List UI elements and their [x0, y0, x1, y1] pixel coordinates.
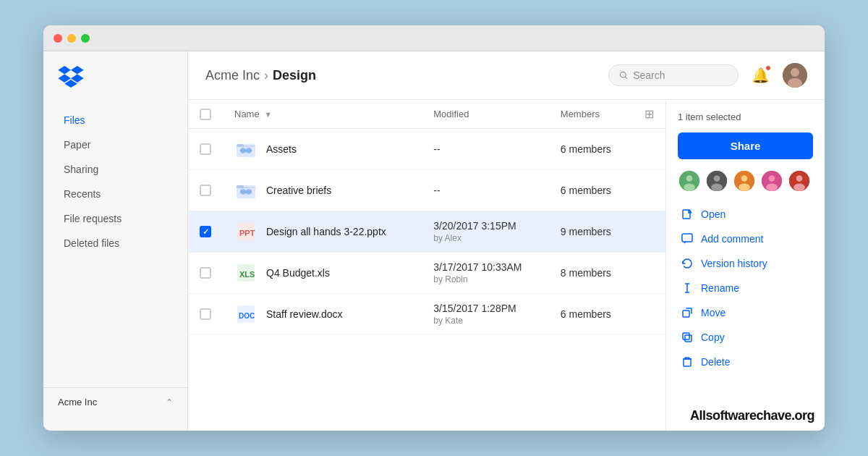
- svg-rect-9: [240, 149, 252, 152]
- modified-cell: --: [422, 170, 549, 211]
- svg-point-28: [741, 175, 748, 182]
- row-actions: [633, 294, 665, 335]
- select-all-header: [188, 100, 223, 129]
- nav-menu: Files Paper Sharing Recents File request…: [43, 108, 187, 387]
- maximize-button[interactable]: [81, 34, 90, 43]
- rename-label: Rename: [701, 282, 739, 294]
- name-column-header[interactable]: Name ▼: [223, 100, 422, 129]
- notification-dot: [765, 65, 771, 71]
- members-cell: 9 members: [549, 211, 633, 253]
- breadcrumb: Acme Inc › Design: [205, 68, 608, 83]
- sidebar-item-recents[interactable]: Recents: [49, 182, 182, 206]
- file-name: Q4 Budget.xls: [266, 267, 330, 279]
- breadcrumb-parent[interactable]: Acme Inc: [205, 68, 260, 83]
- delete-menu-item[interactable]: Delete: [678, 350, 813, 373]
- row-actions: [633, 211, 665, 253]
- copy-menu-item[interactable]: Copy: [678, 326, 813, 349]
- svg-text:DOC: DOC: [239, 312, 255, 320]
- titlebar: [43, 25, 825, 51]
- member-avatar-2: [705, 169, 728, 193]
- members-cell: 6 members: [549, 170, 633, 211]
- sidebar-item-sharing[interactable]: Sharing: [49, 158, 182, 181]
- minimize-button[interactable]: [67, 34, 76, 43]
- table-row[interactable]: DOC Staff review.docx 3/15/2017 1:28PMby…: [188, 294, 665, 335]
- rename-icon: [681, 282, 694, 295]
- svg-point-29: [739, 184, 750, 192]
- copy-label: Copy: [701, 332, 725, 343]
- row-checkbox-cell: [188, 211, 223, 253]
- modified-cell: 3/20/2017 3:15PMby Alex: [422, 211, 549, 253]
- file-type-icon: [234, 138, 258, 161]
- svg-text:PPT: PPT: [239, 229, 255, 237]
- table-row[interactable]: Assets -- 6 members: [188, 129, 665, 170]
- table-row[interactable]: Creative briefs -- 6 members: [188, 170, 665, 211]
- svg-rect-44: [684, 359, 691, 366]
- search-bar[interactable]: Search: [608, 64, 739, 86]
- chevron-up-icon: ⌃: [166, 397, 173, 408]
- file-type-icon: PPT: [234, 220, 258, 243]
- breadcrumb-current: Design: [273, 68, 316, 83]
- members-cell: 6 members: [549, 129, 633, 170]
- copy-icon: [681, 331, 694, 344]
- version-history-label: Version history: [701, 258, 767, 269]
- row-checkbox[interactable]: [200, 226, 211, 237]
- svg-point-32: [766, 184, 778, 192]
- member-avatar-4: [760, 169, 783, 193]
- svg-point-22: [686, 175, 693, 182]
- svg-rect-6: [237, 144, 244, 147]
- rename-menu-item[interactable]: Rename: [678, 276, 813, 300]
- user-avatar[interactable]: [783, 63, 807, 88]
- member-avatars: [678, 169, 813, 193]
- open-menu-item[interactable]: Open: [678, 203, 813, 226]
- open-icon: [681, 208, 694, 221]
- modified-cell: 3/17/2017 10:33AMby Robin: [422, 253, 549, 294]
- file-name-cell: PPT Design all hands 3-22.pptx: [223, 211, 422, 253]
- sidebar-footer[interactable]: Acme Inc ⌃: [43, 387, 187, 416]
- file-name: Design all hands 3-22.pptx: [266, 226, 386, 237]
- row-checkbox-cell: [188, 170, 223, 211]
- close-button[interactable]: [54, 34, 62, 43]
- row-checkbox-cell: [188, 294, 223, 335]
- view-toggle[interactable]: ⊞: [633, 100, 665, 129]
- delete-icon: [681, 355, 694, 368]
- table-row[interactable]: XLS Q4 Budget.xls 3/17/2017 10:33AMby Ro…: [188, 253, 665, 294]
- move-icon: [681, 306, 694, 319]
- notifications-button[interactable]: 🔔: [749, 64, 773, 87]
- row-checkbox[interactable]: [200, 267, 211, 279]
- table-row[interactable]: PPT Design all hands 3-22.pptx 3/20/2017…: [188, 211, 665, 253]
- add-comment-menu-item[interactable]: Add comment: [678, 227, 813, 250]
- file-name-cell: XLS Q4 Budget.xls: [223, 253, 422, 294]
- right-panel: 1 item selected Share: [665, 100, 825, 431]
- svg-rect-41: [683, 311, 689, 317]
- select-all-checkbox[interactable]: [200, 109, 211, 120]
- file-name: Creative briefs: [266, 185, 331, 196]
- row-actions: [633, 170, 665, 211]
- search-placeholder[interactable]: Search: [633, 69, 728, 81]
- sidebar-item-files[interactable]: Files: [49, 109, 182, 132]
- open-label: Open: [701, 208, 726, 220]
- row-checkbox-cell: [188, 129, 223, 170]
- svg-line-1: [625, 77, 626, 78]
- sidebar-item-paper[interactable]: Paper: [49, 133, 182, 156]
- traffic-lights: [54, 34, 90, 43]
- row-checkbox[interactable]: [200, 185, 211, 196]
- move-menu-item[interactable]: Move: [678, 301, 813, 324]
- delete-label: Delete: [701, 356, 730, 368]
- members-column-header[interactable]: Members: [549, 100, 633, 129]
- main-content: Acme Inc › Design Search: [188, 51, 825, 431]
- workspace-name: Acme Inc: [58, 397, 97, 408]
- sidebar-item-deleted-files[interactable]: Deleted files: [49, 232, 182, 255]
- context-menu: Open Add comment: [678, 203, 813, 373]
- modified-column-header[interactable]: Modified: [422, 100, 549, 129]
- svg-point-3: [791, 68, 799, 77]
- row-checkbox[interactable]: [200, 143, 211, 155]
- version-history-menu-item[interactable]: Version history: [678, 252, 813, 275]
- file-type-icon: DOC: [234, 303, 258, 326]
- search-icon: [619, 70, 628, 80]
- share-button[interactable]: Share: [678, 132, 813, 159]
- row-checkbox[interactable]: [200, 308, 211, 320]
- file-list: Name ▼ Modified Members ⊞: [188, 100, 665, 431]
- sidebar-item-file-requests[interactable]: File requests: [49, 207, 182, 230]
- svg-point-31: [769, 175, 775, 182]
- file-name-cell: Assets: [223, 129, 422, 170]
